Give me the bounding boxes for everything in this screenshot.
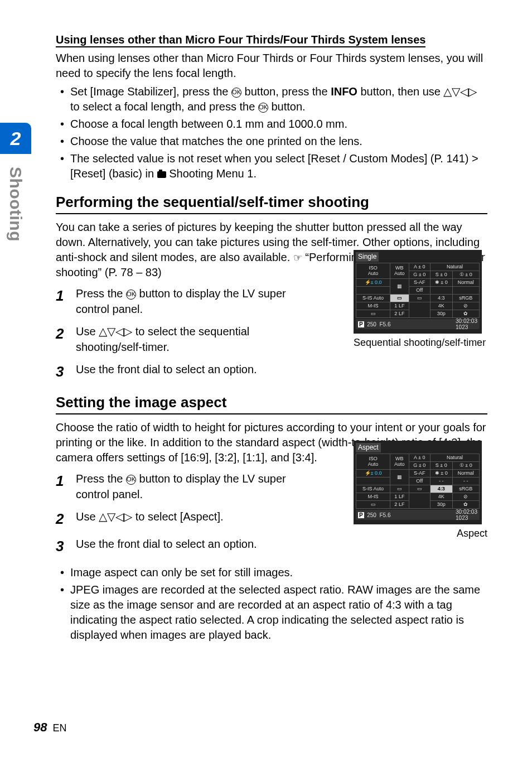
- step-number: 1: [56, 286, 76, 317]
- step-number: 2: [56, 509, 76, 529]
- panel-title: Single: [356, 252, 379, 262]
- aspect-heading: Setting the image aspect: [56, 394, 487, 414]
- other-lenses-intro: When using lenses other than Micro Four …: [56, 51, 487, 81]
- list-item: Choose a focal length between 0.1 mm and…: [70, 117, 487, 132]
- panel-title: Aspect: [356, 443, 381, 452]
- ok-button-icon: OK: [258, 103, 268, 113]
- step-number: 3: [56, 361, 76, 382]
- ok-button-icon: OK: [126, 475, 136, 485]
- figure-caption: Aspect: [354, 528, 487, 539]
- list-item: Choose the value that matches the one pr…: [70, 134, 487, 149]
- page-footer: 98 EN: [33, 720, 67, 735]
- figure-caption: Sequential shooting/self-timer: [354, 337, 487, 349]
- other-lenses-heading: Using lenses other than Micro Four Third…: [56, 33, 425, 47]
- list-item: JPEG images are recorded at the selected…: [70, 582, 487, 643]
- panel-grid: ISOAuto WBAuto A ± 0Natural G ± 0S ± 0① …: [356, 263, 480, 318]
- list-item: The selected value is not reset when you…: [70, 151, 487, 181]
- panel-grid: ISOAuto WBAuto A ± 0Natural G ± 0S ± 0① …: [356, 454, 480, 509]
- ok-button-icon: OK: [231, 88, 241, 98]
- list-item: Image aspect can only be set for still i…: [70, 565, 487, 580]
- camera-icon: [157, 171, 166, 178]
- chapter-name: Shooting: [0, 154, 31, 254]
- dpad-icon: △▽◁▷: [99, 325, 132, 337]
- step: 3 Use the front dial to select an option…: [76, 361, 487, 382]
- other-lenses-list: Set [Image Stabilizer], press the OK but…: [56, 84, 487, 181]
- list-item: Set [Image Stabilizer], press the OK but…: [70, 84, 487, 114]
- lv-panel-figure-sequential: Single ISOAuto WBAuto A ± 0Natural G ± 0…: [354, 250, 487, 349]
- lv-super-control-panel: Aspect ISOAuto WBAuto A ± 0Natural G ± 0…: [354, 441, 482, 524]
- ok-button-icon: OK: [126, 290, 136, 300]
- dpad-icon: △▽◁▷: [99, 510, 132, 523]
- chapter-number: 2: [0, 123, 31, 154]
- page-language: EN: [53, 722, 67, 734]
- pointing-hand-icon: ☞: [293, 252, 302, 263]
- lv-super-control-panel: Single ISOAuto WBAuto A ± 0Natural G ± 0…: [354, 250, 482, 334]
- sequential-heading: Performing the sequential/self-timer sho…: [56, 194, 487, 214]
- chapter-tab: 2 Shooting: [0, 123, 31, 234]
- page-number: 98: [33, 720, 47, 734]
- step-number: 2: [56, 324, 76, 355]
- aspect-notes: Image aspect can only be set for still i…: [56, 565, 487, 643]
- dpad-icon: △▽◁▷: [443, 85, 477, 98]
- step-number: 1: [56, 471, 76, 502]
- lv-panel-figure-aspect: Aspect ISOAuto WBAuto A ± 0Natural G ± 0…: [354, 441, 487, 539]
- step-number: 3: [56, 536, 76, 556]
